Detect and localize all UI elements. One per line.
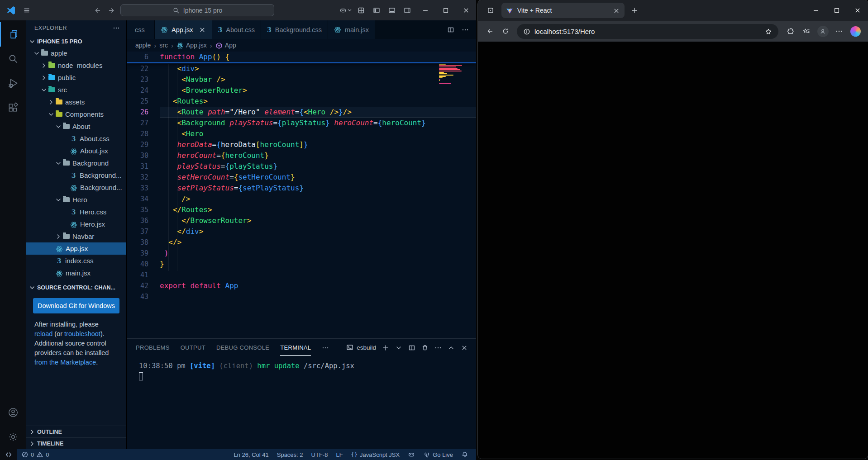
breadcrumb-item[interactable]: App — [215, 41, 236, 49]
tree-item-about-jsx[interactable]: About.jsx — [26, 145, 126, 157]
code-line-39[interactable]: 39 ) — [127, 248, 476, 259]
code-line-43[interactable]: 43 — [127, 291, 476, 302]
code-line-29[interactable]: 29 heroData={heroData[heroCount]} — [127, 139, 476, 150]
code-line-38[interactable]: 38 </> — [127, 237, 476, 248]
settings-gear-icon[interactable] — [0, 425, 26, 449]
code-line-37[interactable]: 37 </div> — [127, 226, 476, 237]
accounts-icon[interactable] — [0, 400, 26, 425]
editor-tab-main-jsx[interactable]: main.jsx — [328, 20, 375, 39]
hamburger-menu-icon[interactable] — [23, 6, 30, 14]
help-link[interactable]: from the Marketplace — [34, 359, 96, 366]
code-line-28[interactable]: 28 <Hero — [127, 128, 476, 139]
terminal-profile[interactable]: esbuild — [346, 344, 376, 351]
remote-indicator-icon[interactable] — [0, 449, 17, 460]
terminal-output[interactable]: 10:38:50 pm [vite] (client) hmr update /… — [127, 356, 476, 380]
code-line-36[interactable]: 36 </BrowserRouter> — [127, 215, 476, 226]
tree-item-about[interactable]: About — [26, 120, 126, 133]
code-line-35[interactable]: 35 </Routes> — [127, 204, 476, 215]
extensions-puzzle-icon[interactable] — [782, 24, 798, 39]
extensions-icon[interactable] — [0, 95, 26, 120]
status-indentation[interactable]: Spaces: 2 — [273, 449, 307, 460]
status-eol[interactable]: LF — [332, 449, 347, 460]
copilot-button[interactable] — [847, 24, 863, 39]
code-line-23[interactable]: 23 <Navbar /> — [127, 74, 476, 85]
navigate-back-button[interactable] — [94, 6, 101, 14]
editor-tab-about-css[interactable]: 3About.css — [212, 20, 261, 39]
code-line-33[interactable]: 33 setPlayStatus={setPlayStatus} — [127, 183, 476, 194]
search-view-icon[interactable] — [0, 47, 26, 71]
explorer-icon[interactable] — [0, 22, 26, 47]
tab-close-icon[interactable] — [613, 6, 620, 14]
problems-status[interactable]: 0 0 — [17, 449, 53, 460]
tree-item-public[interactable]: public — [26, 71, 126, 84]
explorer-more-actions-icon[interactable] — [113, 24, 120, 32]
profile-button[interactable] — [815, 24, 831, 39]
customize-layout-icon[interactable] — [353, 0, 369, 20]
tree-item-app-jsx[interactable]: App.jsx — [26, 242, 126, 255]
source-control-section-header[interactable]: SOURCE CONTROL: CHAN... — [26, 282, 126, 293]
code-line-41[interactable]: 41 — [127, 270, 476, 280]
command-center-search[interactable]: Iphone 15 pro — [120, 4, 274, 16]
status-language-mode[interactable]: {}JavaScript JSX — [347, 449, 404, 460]
tree-item-src[interactable]: src — [26, 84, 126, 96]
code-line-42[interactable]: 42export default App — [127, 280, 476, 291]
code-line-25[interactable]: 25 <Routes> — [127, 96, 476, 107]
tree-item-background[interactable]: Background — [26, 157, 126, 169]
status-cursor-position[interactable]: Ln 26, Col 41 — [229, 449, 272, 460]
tab-actions-menu-icon[interactable] — [483, 3, 498, 18]
split-editor-icon[interactable] — [447, 26, 454, 34]
code-line-26[interactable]: 26 <Route path="/Hero" element={<Hero />… — [127, 107, 476, 118]
panel-more-tabs-icon[interactable] — [322, 343, 329, 351]
new-terminal-icon[interactable] — [382, 343, 389, 351]
status-copilot[interactable] — [404, 449, 419, 460]
panel-tab-output[interactable]: OUTPUT — [181, 339, 205, 356]
address-bar[interactable]: localhost:5173/Hero — [517, 24, 778, 39]
split-terminal-icon[interactable] — [408, 343, 415, 351]
window-minimize-button[interactable] — [415, 0, 435, 20]
window-close-button[interactable] — [456, 0, 476, 20]
page-content[interactable] — [478, 42, 868, 459]
code-line-24[interactable]: 24 <BrowserRouter> — [127, 85, 476, 96]
status-notifications[interactable] — [457, 449, 472, 460]
status-go-live[interactable]: Go Live — [419, 449, 457, 460]
tree-item-assets[interactable]: assets — [26, 96, 126, 108]
browser-back-button[interactable] — [482, 24, 498, 39]
site-info-icon[interactable] — [523, 27, 530, 35]
tree-item-hero[interactable]: Hero — [26, 194, 126, 206]
help-link[interactable]: reload — [34, 330, 52, 337]
tree-item-hero-css[interactable]: 3Hero.css — [26, 206, 126, 218]
code-editor[interactable]: 6function App() { 22 <div>23 <Navbar />2… — [127, 52, 476, 338]
tree-item-apple[interactable]: apple — [26, 47, 126, 59]
tree-item-navbar[interactable]: Navbar — [26, 230, 126, 242]
status-encoding[interactable]: UTF-8 — [307, 449, 332, 460]
code-line-40[interactable]: 40} — [127, 259, 476, 270]
add-favorite-star-icon[interactable] — [765, 27, 772, 35]
run-debug-icon[interactable] — [0, 71, 26, 95]
tree-item-components[interactable]: Components — [26, 108, 126, 120]
code-line-32[interactable]: 32 setHeroCount={setHeroCount} — [127, 172, 476, 183]
tree-item-main-jsx[interactable]: main.jsx — [26, 267, 126, 279]
outline-section-header[interactable]: OUTLINE — [26, 426, 126, 437]
tree-item-about-css[interactable]: 3About.css — [26, 133, 126, 145]
panel-more-actions-icon[interactable] — [434, 343, 442, 351]
browser-tab[interactable]: Vite + React — [501, 3, 625, 18]
code-line-22[interactable]: 22 <div> — [127, 63, 476, 74]
editor-tab-css[interactable]: css — [127, 20, 155, 39]
toggle-secondary-sidebar-icon[interactable] — [400, 0, 415, 20]
copilot-menu-icon[interactable] — [338, 0, 353, 20]
download-git-button[interactable]: Download Git for Windows — [33, 298, 119, 313]
tree-item-index-css[interactable]: 3index.css — [26, 255, 126, 267]
breadcrumb-item[interactable]: App.jsx — [176, 41, 207, 49]
breadcrumb-item[interactable]: apple — [135, 42, 151, 49]
tree-item-hero-jsx[interactable]: Hero.jsx — [26, 218, 126, 230]
new-tab-button[interactable] — [628, 4, 641, 17]
browser-maximize-button[interactable] — [826, 0, 847, 21]
tab-close-icon[interactable] — [199, 26, 206, 33]
code-line-34[interactable]: 34 /> — [127, 194, 476, 204]
browser-settings-menu-icon[interactable] — [831, 24, 847, 39]
close-panel-icon[interactable] — [461, 343, 468, 351]
toggle-sidebar-icon[interactable] — [369, 0, 384, 20]
code-line-30[interactable]: 30 heroCount={heroCount} — [127, 150, 476, 161]
navigate-forward-button[interactable] — [108, 6, 115, 14]
help-link[interactable]: troubleshoot — [64, 330, 100, 337]
